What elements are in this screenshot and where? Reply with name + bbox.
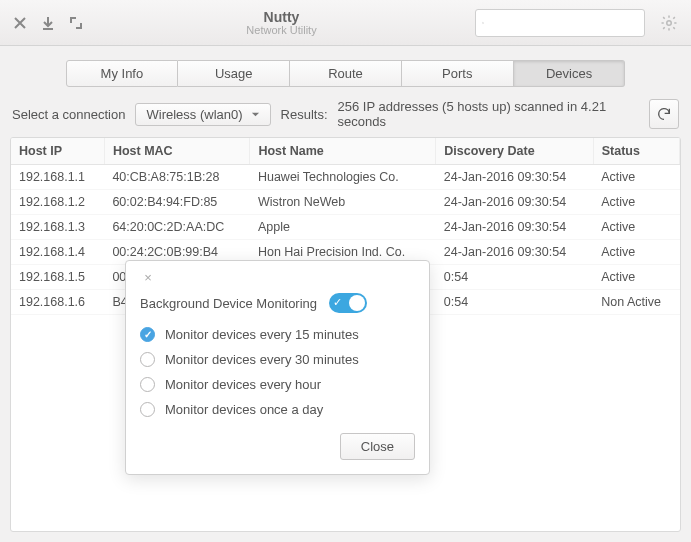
close-window-icon[interactable] xyxy=(8,11,32,35)
column-header[interactable]: Discovery Date xyxy=(436,138,593,165)
close-button[interactable]: Close xyxy=(340,433,415,460)
table-row[interactable]: 192.168.1.140:CB:A8:75:1B:28Huawei Techn… xyxy=(11,165,680,190)
search-icon xyxy=(482,16,484,30)
connection-value: Wireless (wlan0) xyxy=(146,107,242,122)
refresh-icon xyxy=(656,106,672,122)
radio-label: Monitor devices every 15 minutes xyxy=(165,327,359,342)
download-icon[interactable] xyxy=(36,11,60,35)
monitor-option[interactable]: Monitor devices every 30 minutes xyxy=(140,352,415,367)
table-cell: 24-Jan-2016 09:30:54 xyxy=(436,215,593,240)
radio-label: Monitor devices every 30 minutes xyxy=(165,352,359,367)
window-title-block: Nutty Network Utility xyxy=(92,9,471,36)
radio-icon xyxy=(140,352,155,367)
tab-devices[interactable]: Devices xyxy=(514,60,626,87)
table-cell: Apple xyxy=(250,215,436,240)
popover-close-icon[interactable]: × xyxy=(140,269,156,285)
table-cell: 60:02:B4:94:FD:85 xyxy=(104,190,250,215)
radio-icon xyxy=(140,327,155,342)
tab-bar: My InfoUsageRoutePortsDevices xyxy=(66,60,626,87)
table-row[interactable]: 192.168.1.364:20:0C:2D:AA:DCApple24-Jan-… xyxy=(11,215,680,240)
table-cell: 40:CB:A8:75:1B:28 xyxy=(104,165,250,190)
table-cell: Huawei Technologies Co. xyxy=(250,165,436,190)
table-cell: Wistron NeWeb xyxy=(250,190,436,215)
titlebar: Nutty Network Utility xyxy=(0,0,691,46)
toolbar: Select a connection Wireless (wlan0) Res… xyxy=(0,99,691,137)
connection-dropdown[interactable]: Wireless (wlan0) xyxy=(135,103,270,126)
connection-label: Select a connection xyxy=(12,107,125,122)
tab-ports[interactable]: Ports xyxy=(402,60,514,87)
table-cell: 0:54 xyxy=(436,265,593,290)
table-cell: 192.168.1.2 xyxy=(11,190,104,215)
column-header[interactable]: Host MAC xyxy=(104,138,250,165)
settings-icon[interactable] xyxy=(655,9,683,37)
expand-icon[interactable] xyxy=(64,11,88,35)
table-cell: 24-Jan-2016 09:30:54 xyxy=(436,190,593,215)
table-cell: Active xyxy=(593,215,679,240)
refresh-button[interactable] xyxy=(649,99,679,129)
search-input-wrapper[interactable] xyxy=(475,9,645,37)
table-cell: 192.168.1.6 xyxy=(11,290,104,315)
table-cell: Active xyxy=(593,240,679,265)
tab-my-info[interactable]: My Info xyxy=(66,60,179,87)
radio-icon xyxy=(140,377,155,392)
monitor-option[interactable]: Monitor devices every 15 minutes xyxy=(140,327,415,342)
monitoring-title: Background Device Monitoring xyxy=(140,296,317,311)
radio-label: Monitor devices once a day xyxy=(165,402,323,417)
table-cell: 64:20:0C:2D:AA:DC xyxy=(104,215,250,240)
table-cell: 0:54 xyxy=(436,290,593,315)
search-input[interactable] xyxy=(488,16,638,30)
table-cell: 24-Jan-2016 09:30:54 xyxy=(436,240,593,265)
table-cell: Non Active xyxy=(593,290,679,315)
window-title: Nutty xyxy=(92,9,471,25)
monitoring-toggle[interactable]: ✓ xyxy=(329,293,367,313)
table-cell: 192.168.1.4 xyxy=(11,240,104,265)
results-label: Results: xyxy=(281,107,328,122)
monitoring-popover: × Background Device Monitoring ✓ Monitor… xyxy=(125,260,430,475)
table-cell: 192.168.1.5 xyxy=(11,265,104,290)
table-header-row: Host IPHost MACHost NameDiscovery DateSt… xyxy=(11,138,680,165)
tab-usage[interactable]: Usage xyxy=(178,60,290,87)
results-text: 256 IP addresses (5 hosts up) scanned in… xyxy=(338,99,639,129)
radio-label: Monitor devices every hour xyxy=(165,377,321,392)
table-cell: Active xyxy=(593,265,679,290)
table-cell: 192.168.1.1 xyxy=(11,165,104,190)
column-header[interactable]: Host Name xyxy=(250,138,436,165)
table-cell: Active xyxy=(593,165,679,190)
svg-point-0 xyxy=(482,22,483,23)
window-subtitle: Network Utility xyxy=(92,24,471,36)
radio-icon xyxy=(140,402,155,417)
column-header[interactable]: Host IP xyxy=(11,138,104,165)
table-cell: Active xyxy=(593,190,679,215)
monitor-option[interactable]: Monitor devices once a day xyxy=(140,402,415,417)
column-header[interactable]: Status xyxy=(593,138,679,165)
table-cell: 192.168.1.3 xyxy=(11,215,104,240)
monitoring-options: Monitor devices every 15 minutesMonitor … xyxy=(140,327,415,417)
table-row[interactable]: 192.168.1.260:02:B4:94:FD:85Wistron NeWe… xyxy=(11,190,680,215)
table-cell: 24-Jan-2016 09:30:54 xyxy=(436,165,593,190)
svg-point-1 xyxy=(667,20,672,25)
chevron-down-icon xyxy=(251,110,260,119)
tab-route[interactable]: Route xyxy=(290,60,402,87)
monitor-option[interactable]: Monitor devices every hour xyxy=(140,377,415,392)
